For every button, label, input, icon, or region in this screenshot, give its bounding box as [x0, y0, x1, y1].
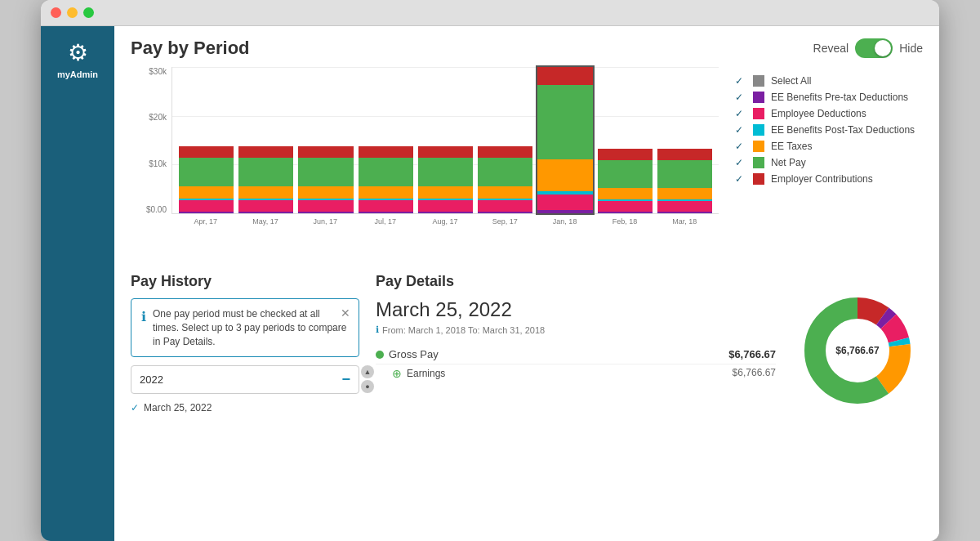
pay-history-panel: Pay History ℹ One pay period must be che… [131, 273, 359, 531]
legend-label-employer: Employer Contributions [771, 173, 873, 185]
hide-label: Hide [899, 42, 923, 55]
reveal-hide-control: Reveal Hide [813, 38, 923, 58]
chart-area: $30k $20k $10k $0.00 [131, 67, 719, 239]
year-text: 2022 [140, 373, 341, 386]
gross-pay-label: Gross Pay [376, 348, 439, 360]
x-label-mar18: Mar, 18 [657, 217, 712, 239]
y-label-0: $0.00 [146, 205, 167, 214]
check-icon-employer: ✓ [735, 173, 746, 185]
check-icon-posttax: ✓ [735, 124, 746, 136]
check-icon-selectall: ✓ [735, 75, 746, 87]
x-label-jun17: Jun, 17 [298, 217, 353, 239]
legend-label-deduct: Employee Deductions [771, 108, 866, 119]
gross-pay-dot [376, 351, 384, 359]
scroll-controls: ▲ ● [361, 365, 374, 393]
pay-details-sub: ℹ From: March 1, 2018 To: March 31, 2018 [376, 324, 776, 335]
info-icon: ℹ [141, 308, 146, 326]
bar-aug17[interactable] [418, 67, 473, 213]
top-bar: Pay by Period Reveal Hide [114, 26, 939, 59]
minimize-button[interactable] [67, 7, 78, 18]
x-label-may17: May, 17 [238, 217, 292, 239]
year-select-row[interactable]: 2022 − [131, 365, 359, 394]
bar-may17[interactable] [238, 67, 293, 213]
legend-label-posttax: EE Benefits Post-Tax Deductions [771, 124, 915, 136]
reveal-label: Reveal [813, 42, 849, 55]
legend-color-employer [753, 173, 764, 185]
legend-color-pretax [753, 92, 764, 103]
earnings-value: $6,766.67 [733, 367, 776, 380]
toggle-knob [875, 40, 891, 56]
bar-feb18[interactable] [598, 67, 653, 213]
history-item-date: March 25, 2022 [144, 402, 212, 414]
expand-icon[interactable]: ⊕ [392, 367, 402, 380]
pie-svg [804, 297, 911, 404]
app-body: ⚙ myAdmin Pay by Period Reveal Hide [41, 26, 939, 541]
gross-pay-row: Gross Pay $6,766.67 [376, 345, 776, 364]
legend-select-all[interactable]: ✓ Select All [735, 75, 923, 87]
x-label-jul17: Jul, 17 [358, 217, 412, 239]
pie-chart: $6,766.67 [804, 297, 911, 404]
legend-label-taxes: EE Taxes [771, 141, 812, 152]
gear-icon: ⚙ [68, 39, 88, 66]
x-label-jan18: Jan, 18 [537, 217, 592, 239]
bar-jun17[interactable] [298, 67, 353, 213]
legend-color-deduct [753, 108, 764, 119]
scroll-down-button[interactable]: ● [361, 380, 374, 393]
pay-details-title: Pay Details [376, 273, 776, 290]
maximize-button[interactable] [83, 7, 94, 18]
history-item-march25[interactable]: ✓ March 25, 2022 [131, 399, 359, 417]
bars-area[interactable] [172, 67, 719, 214]
legend-ee-posttax[interactable]: ✓ EE Benefits Post-Tax Deductions [735, 124, 923, 136]
legend-employer[interactable]: ✓ Employer Contributions [735, 173, 923, 185]
bar-jul17[interactable] [359, 67, 413, 213]
y-axis: $30k $20k $10k $0.00 [131, 67, 172, 214]
legend-color-netpay [753, 157, 764, 168]
x-label-apr17: Apr, 17 [178, 217, 233, 239]
legend-ee-deductions[interactable]: ✓ Employee Deductions [735, 108, 923, 119]
collapse-button[interactable]: − [341, 371, 350, 388]
y-label-30k: $30k [149, 67, 167, 76]
x-label-aug17: Aug, 17 [417, 217, 472, 239]
main-content: Pay by Period Reveal Hide $30k [114, 26, 939, 541]
gross-pay-value: $6,766.67 [728, 348, 776, 360]
pay-details-panel: Pay Details March 25, 2022 ℹ From: March… [376, 273, 776, 531]
year-select-wrapper: 2022 − ▲ ● [131, 365, 359, 394]
sidebar: ⚙ myAdmin [41, 26, 114, 541]
svg-point-7 [826, 320, 889, 382]
title-bar [41, 0, 939, 26]
info-box: ℹ One pay period must be checked at all … [131, 298, 359, 357]
x-labels: Apr, 17 May, 17 Jun, 17 Jul, 17 Aug, 17 … [172, 214, 719, 239]
y-label-20k: $20k [149, 113, 167, 122]
bar-sep17[interactable] [478, 67, 532, 213]
y-label-10k: $10k [149, 159, 167, 168]
check-icon-deduct: ✓ [735, 108, 746, 119]
legend-ee-taxes[interactable]: ✓ EE Taxes [735, 141, 923, 152]
app-window: ⚙ myAdmin Pay by Period Reveal Hide [41, 0, 939, 541]
info-message: One pay period must be checked at all ti… [153, 307, 349, 348]
legend-color-selectall [753, 75, 764, 87]
bar-mar18[interactable] [657, 67, 712, 213]
legend-color-taxes [753, 141, 764, 152]
sidebar-label: myAdmin [57, 69, 98, 79]
chart-container: $30k $20k $10k $0.00 [131, 67, 719, 263]
pay-details-date: March 25, 2022 [376, 298, 776, 321]
close-icon[interactable]: ✕ [341, 306, 350, 322]
check-icon-taxes: ✓ [735, 141, 746, 152]
check-icon-pretax: ✓ [735, 92, 746, 103]
scroll-up-button[interactable]: ▲ [361, 365, 374, 378]
chart-legend: ✓ Select All ✓ EE Benefits Pre-tax Deduc… [735, 67, 923, 263]
bar-apr17[interactable] [179, 67, 234, 213]
reveal-toggle[interactable] [855, 38, 893, 58]
x-label-sep17: Sep, 17 [478, 217, 532, 239]
legend-label-selectall: Select All [771, 75, 811, 87]
chart-section: $30k $20k $10k $0.00 [114, 59, 939, 263]
close-button[interactable] [51, 7, 61, 18]
page-title: Pay by Period [131, 38, 250, 59]
legend-net-pay[interactable]: ✓ Net Pay [735, 157, 923, 168]
legend-ee-pretax[interactable]: ✓ EE Benefits Pre-tax Deductions [735, 92, 923, 103]
check-icon-netpay: ✓ [735, 157, 746, 168]
pay-details-range: From: March 1, 2018 To: March 31, 2018 [382, 325, 545, 335]
history-check-icon: ✓ [131, 402, 139, 414]
bar-jan18[interactable] [537, 67, 592, 213]
x-label-feb18: Feb, 18 [597, 217, 652, 239]
